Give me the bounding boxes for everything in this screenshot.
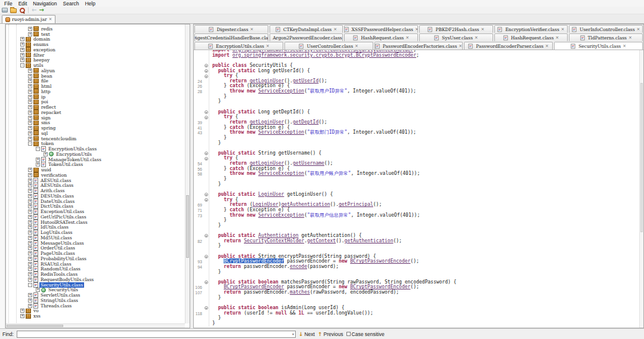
tree-item-spring[interactable]: +spring	[6, 125, 185, 131]
find-input[interactable]: ▾	[17, 331, 296, 338]
fold-collapse-icon[interactable]	[205, 157, 208, 161]
editor-tab-ctkeydataimpl-class[interactable]: CTKeyDataImpl.class×	[270, 25, 343, 33]
editor-tab-digestcredentialhandlerbase-class[interactable]: DigestCredentialHandlerBase.class×	[194, 33, 268, 41]
tree-item-http[interactable]: +http	[6, 89, 185, 94]
tree-expand-handle[interactable]: +	[28, 69, 32, 73]
tree-expand-handle[interactable]: +	[28, 220, 32, 224]
close-icon[interactable]: ×	[481, 27, 484, 32]
find-previous-button[interactable]: ↑ Previous	[318, 331, 343, 337]
tree-item-dateutils-class[interactable]: +DateUtils.class	[6, 199, 185, 204]
editor-tab-encryptionutils-class[interactable]: EncryptionUtils.class×	[194, 42, 283, 50]
code-viewer[interactable]: import org.springframework.security.core…	[194, 50, 643, 328]
tree-item-orderutil-class[interactable]: +OrderUtil.class	[6, 246, 185, 251]
tree-expand-handle[interactable]: +	[28, 95, 32, 99]
editor-tab-passwordencoderparser-class[interactable]: PasswordEncoderParser.class×	[464, 42, 553, 50]
tree-item-ip[interactable]: +ip	[6, 94, 185, 100]
open-icon[interactable]	[10, 8, 17, 13]
tree-expand-handle[interactable]: +	[20, 58, 24, 62]
close-icon[interactable]: ×	[355, 44, 358, 48]
menu-file[interactable]: File	[1, 1, 16, 7]
tree-expand-handle[interactable]: -	[28, 141, 32, 146]
tree-expand-handle[interactable]: +	[28, 84, 32, 88]
menu-search[interactable]: Search	[60, 1, 82, 7]
tree-item-logutils-class[interactable]: +LogUtils.class	[6, 230, 185, 235]
tree-expand-handle[interactable]: +	[28, 126, 32, 130]
tree-item-managetokenutil-class[interactable]: +ManageTokenUtil.class	[6, 157, 185, 162]
editor-tab-pbkdf2hash-class[interactable]: PBKDF2Hash.class×	[419, 25, 493, 33]
tree-item-requestbodyutils-class[interactable]: +RequestBodyUtils.class	[6, 277, 185, 282]
close-icon[interactable]: ×	[266, 44, 270, 48]
back-icon[interactable]: ←	[32, 7, 36, 13]
tree-item-text[interactable]: +text	[6, 32, 185, 37]
tree-expand-handle[interactable]: +	[20, 37, 24, 41]
tree-item-file[interactable]: +file	[6, 79, 185, 84]
tree-item-threads-class[interactable]: +Threads.class	[6, 303, 185, 309]
tree-item-messageutils-class[interactable]: +MessageUtils.class	[6, 241, 185, 246]
tree-expand-handle[interactable]: +	[28, 168, 32, 172]
tree-expand-handle[interactable]: -	[28, 283, 32, 287]
jar-tab[interactable]: ruoyi-admin.jar ×	[2, 15, 55, 23]
close-icon[interactable]: ×	[415, 27, 418, 32]
close-icon[interactable]: ×	[48, 17, 52, 21]
forward-icon[interactable]: →	[39, 7, 44, 13]
editor-tab-encryptionverifier-class[interactable]: EncryptionVerifier.class×	[494, 25, 568, 33]
tree-item-exception[interactable]: +exception	[6, 47, 185, 53]
editor-tab-xssfpasswordhelper-class[interactable]: XSSFPasswordHelper.class×	[344, 25, 418, 33]
tree-expand-handle[interactable]: +	[28, 204, 32, 208]
tree-expand-handle[interactable]: +	[36, 162, 40, 167]
tree-item-utils[interactable]: -utils	[6, 63, 185, 68]
close-icon[interactable]: ×	[561, 27, 565, 32]
tree-item-repacket[interactable]: +repacket	[6, 110, 185, 115]
editor-tab-argon2passwordencoder-class[interactable]: Argon2PasswordEncoder.class×	[270, 33, 343, 41]
tree-expand-handle[interactable]: +	[28, 116, 32, 120]
fold-collapse-icon[interactable]	[205, 281, 208, 284]
editor-scrollbar-thumb[interactable]	[640, 83, 643, 232]
tree-expand-handle[interactable]: +	[28, 262, 32, 266]
tree-item-vo[interactable]: +vo	[6, 309, 185, 314]
tree-scrollbar-thumb[interactable]	[7, 325, 63, 327]
case-sensitive-checkbox[interactable]: Case sensitive	[346, 331, 385, 337]
tree-expand-handle[interactable]: +	[28, 183, 32, 187]
tree-expand-handle[interactable]: +	[28, 225, 32, 229]
editor-tab-sysuser-class[interactable]: SysUser.class×	[419, 33, 493, 41]
tree-expand-handle[interactable]: +	[36, 158, 40, 162]
tree-item-redis[interactable]: +redis	[6, 26, 185, 32]
tree-expand-handle[interactable]: +	[28, 267, 32, 271]
tree-expand-handle[interactable]: +	[44, 152, 48, 156]
tree-item-aesutils-class[interactable]: +AESUtils.class	[6, 183, 185, 189]
tree-expand-handle[interactable]: +	[28, 278, 32, 282]
fold-collapse-icon[interactable]	[205, 116, 208, 119]
tree-expand-handle[interactable]: +	[28, 74, 32, 78]
tree-expand-handle[interactable]: +	[28, 90, 32, 94]
tree-item-exceptionutil-class[interactable]: +ExceptionUtil.class	[6, 209, 185, 214]
tree-item-token[interactable]: -token	[6, 141, 185, 147]
tree-expand-handle[interactable]: +	[28, 236, 32, 240]
dropdown-arrow-icon[interactable]: ▾	[292, 332, 295, 336]
tree-expand-handle[interactable]: +	[28, 105, 32, 109]
tree-item-enums[interactable]: +enums	[6, 42, 185, 47]
fold-collapse-icon[interactable]	[205, 69, 208, 73]
close-icon[interactable]: ×	[459, 44, 462, 48]
fold-collapse-icon[interactable]	[205, 198, 208, 202]
tree-item-tokenutil-class[interactable]: +TokenUtil.class	[6, 162, 185, 168]
tree-item-heepay[interactable]: +heepay	[6, 58, 185, 63]
tree-expand-handle[interactable]: +	[28, 110, 32, 115]
tree-expand-handle[interactable]: +	[28, 298, 32, 303]
tree-item-redistools-class[interactable]: +RedisTools.class	[6, 272, 185, 277]
tree-item-idutils-class[interactable]: +IdUtils.class	[6, 225, 185, 230]
tree-expand-handle[interactable]: +	[28, 304, 32, 308]
tree-item-encryptionutils-class[interactable]: -EncryptionUtils.class	[6, 146, 185, 152]
tree-expand-handle[interactable]: +	[28, 27, 32, 31]
search-icon[interactable]	[19, 7, 25, 13]
tree-item-probabilityutil-class[interactable]: +ProbabilityUtil.class	[6, 256, 185, 261]
tree-scrollbar-thumb[interactable]	[186, 195, 189, 258]
fold-collapse-icon[interactable]	[205, 64, 208, 67]
close-icon[interactable]: ×	[623, 44, 626, 48]
tree-expand-handle[interactable]: +	[28, 178, 32, 183]
tree-item-randomutil-class[interactable]: +RandomUtil.class	[6, 267, 185, 272]
menu-help[interactable]: Help	[82, 1, 98, 7]
fold-collapse-icon[interactable]	[205, 193, 208, 196]
tree-expand-handle[interactable]: +	[28, 137, 32, 141]
tree-item-filter[interactable]: +filter	[6, 53, 185, 58]
fold-collapse-icon[interactable]	[205, 110, 208, 114]
